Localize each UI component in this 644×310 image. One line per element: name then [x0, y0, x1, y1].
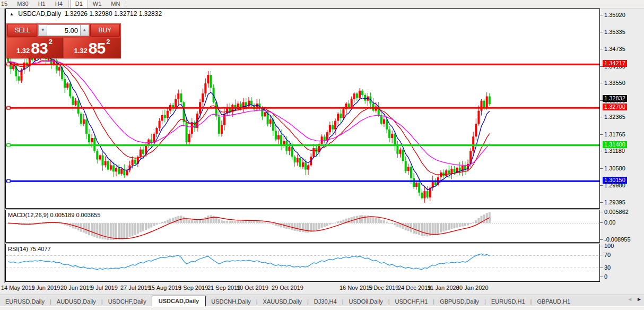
price-axis[interactable]: 1.359201.353351.347351.341351.335501.329… [600, 8, 644, 282]
tab-scroll-buttons: ◄► [627, 296, 642, 302]
macd-indicator-panel[interactable]: MACD(12,26,9) 0.005189 0.003655 [5, 210, 600, 243]
tab-dj30-h4[interactable]: DJ30,H4 [309, 297, 342, 307]
rsi-indicator-panel[interactable]: RSI(14) 75.4077 [5, 244, 600, 282]
tab-eurusd-h1[interactable]: EURUSD,H1 [486, 297, 530, 307]
status-strip [0, 306, 644, 310]
axis-tick-mark [600, 239, 603, 240]
tab-usdchf-h1[interactable]: USDCHF,H1 [390, 297, 433, 307]
date-tick-label: 11 Jan 2020 [428, 285, 459, 291]
price-tick-label: 1.31765 [604, 131, 625, 137]
buy-big-figure: 1.32 [74, 46, 88, 56]
tab-usdoil-daily[interactable]: USDOil,Daily [343, 297, 388, 307]
sell-price-panel[interactable]: 1.32 83 2 [6, 38, 63, 58]
axis-tick-mark [600, 268, 603, 268]
buy-pips: 85 [89, 40, 105, 56]
toolbar-timeframe-h4[interactable]: H4 [50, 0, 67, 8]
tab-audusd-daily[interactable]: AUDUSD,Daily [51, 297, 101, 307]
toolbar-timeframe-15[interactable]: 15 [0, 0, 12, 8]
toolbar-timeframe-d1[interactable]: D1 [70, 0, 88, 8]
timeframe-toolbar: 15M30H1H4D1W1MN [0, 0, 644, 8]
toolbar-timeframe-m30[interactable]: M30 [12, 0, 33, 8]
axis-tick-mark [600, 49, 603, 49]
axis-tick-mark [600, 83, 603, 83]
rsi-label: RSI(14) 75.4077 [8, 246, 51, 252]
tab-scroll-left-icon[interactable]: ◄ [627, 296, 632, 302]
rsi-chart [6, 244, 599, 281]
level-price-tag: 1.34217 [603, 60, 627, 67]
price-tick-label: 1.33550 [604, 80, 625, 86]
axis-tick-mark [600, 32, 603, 32]
macd-axis-label: -0.008955 [604, 236, 631, 243]
volume-decrease-button[interactable]: ▼ [38, 24, 47, 36]
tab-gbpusd-daily[interactable]: GBPUSD,Daily [434, 297, 484, 307]
axis-tick-mark [600, 15, 603, 15]
date-tick-label: 29 Oct 2019 [272, 285, 303, 291]
symbol-period-label: USDCAD,Daily [18, 10, 61, 18]
current-price-tag: 1.32832 [603, 95, 627, 102]
date-tick-label: 10 Oct 2019 [237, 285, 268, 291]
date-tick-label: 15 Aug 2019 [149, 285, 181, 291]
collapse-arrow-icon[interactable]: ▲ [10, 12, 14, 16]
toolbar-timeframe-w1[interactable]: W1 [88, 0, 107, 8]
price-tick-label: 1.29395 [604, 199, 625, 205]
trading-platform-window: 15M30H1H4D1W1MN ▲ USDCAD,Daily 1.32926 1… [0, 0, 644, 310]
ohlc-values: 1.32926 1.32980 1.32712 1.32832 [65, 10, 162, 18]
volume-input[interactable] [47, 24, 80, 36]
axis-tick-mark [600, 151, 603, 151]
axis-tick-mark [600, 277, 603, 277]
level-price-tag: 1.31400 [603, 141, 627, 148]
toolbar-timeframe-h1[interactable]: H1 [33, 0, 50, 8]
axis-tick-mark [600, 246, 603, 246]
window-left-border [4, 8, 5, 294]
axis-tick-mark [600, 255, 603, 255]
date-tick-label: 5 Dec 2019 [369, 285, 398, 291]
axis-tick-mark [600, 212, 603, 212]
date-tick-label: 9 Jul 2019 [91, 285, 118, 291]
rsi-axis-label: 30 [604, 264, 611, 271]
macd-axis-label: 0.005862 [604, 209, 629, 215]
date-tick-label: 27 Jul 2019 [120, 285, 151, 291]
axis-tick-mark [600, 168, 603, 169]
date-tick-label: 24 Dec 2019 [398, 285, 431, 291]
date-tick-label: 20 Jun 2019 [60, 285, 93, 291]
axis-tick-mark [600, 222, 603, 223]
tab-eurusd-daily[interactable]: EURUSD,Daily [0, 297, 50, 307]
tab-scroll-right-icon[interactable]: ► [637, 296, 642, 302]
price-tick-label: 1.35920 [604, 12, 625, 18]
axis-tick-mark [600, 134, 603, 135]
time-axis[interactable]: 14 May 20191 Jun 201920 Jun 20199 Jul 20… [0, 283, 644, 294]
macd-axis-label: 0.00 [604, 219, 615, 226]
toolbar-timeframe-mn[interactable]: MN [106, 0, 125, 8]
sell-big-figure: 1.32 [16, 46, 30, 56]
one-click-trade-widget: SELL ▼ ▲ BUY 1.32 83 2 1.32 85 2 [6, 23, 121, 58]
volume-increase-button[interactable]: ▲ [80, 24, 89, 36]
date-tick-label: 1 Jun 2019 [31, 285, 60, 291]
tab-xauusd-daily[interactable]: XAUUSD,Daily [258, 297, 307, 307]
price-tick-label: 1.32365 [604, 114, 625, 120]
level-price-tag: 1.32700 [603, 104, 627, 110]
price-tick-label: 1.35335 [604, 29, 625, 35]
price-tick-label: 1.31180 [604, 148, 625, 154]
tab-usdcnh-daily[interactable]: USDCNH,Daily [206, 297, 256, 307]
price-tick-label: 1.30580 [604, 165, 625, 171]
price-tick-label: 1.34735 [604, 46, 625, 52]
level-price-tag: 1.30150 [603, 177, 627, 184]
sell-pips: 83 [31, 40, 47, 56]
date-tick-label: 30 Jan 2020 [456, 285, 489, 291]
buy-price-panel[interactable]: 1.32 85 2 [64, 38, 120, 58]
tab-usdchf-daily[interactable]: USDCHF,Daily [103, 297, 152, 307]
tab-usdcad-daily[interactable]: USDCAD,Daily [152, 296, 206, 307]
toolbar-separator [68, 1, 69, 7]
axis-tick-mark [600, 202, 603, 203]
macd-label: MACD(12,26,9) 0.005189 0.003655 [8, 212, 100, 218]
date-tick-label: 16 Nov 2019 [340, 285, 372, 291]
rsi-axis-label: 100 [604, 243, 614, 249]
date-tick-label: 3 Sep 2019 [178, 285, 208, 291]
rsi-axis-label: 70 [604, 252, 611, 258]
axis-tick-mark [600, 117, 603, 117]
sell-button[interactable]: SELL [7, 24, 37, 37]
toolbar-separator [126, 1, 126, 7]
buy-button[interactable]: BUY [90, 24, 120, 37]
tab-gbpaud-h1[interactable]: GBPAUD,H1 [532, 297, 576, 307]
chart-title: ▲ USDCAD,Daily 1.32926 1.32980 1.32712 1… [10, 10, 162, 18]
